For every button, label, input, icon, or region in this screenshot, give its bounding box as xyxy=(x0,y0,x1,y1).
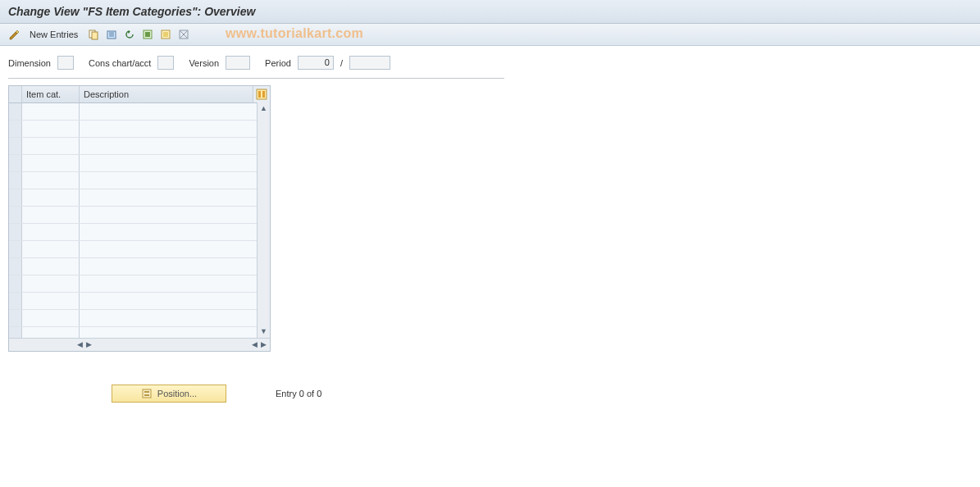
column-description[interactable]: Description xyxy=(80,86,253,102)
cell-description[interactable] xyxy=(80,207,270,223)
table-row[interactable] xyxy=(9,121,270,138)
row-selector[interactable] xyxy=(9,207,22,223)
undo-icon[interactable] xyxy=(122,27,137,42)
row-selector[interactable] xyxy=(9,224,22,240)
grid-body xyxy=(9,103,270,338)
row-selector[interactable] xyxy=(9,103,22,120)
entry-count-label: Entry 0 of 0 xyxy=(276,389,321,398)
cell-item-cat[interactable] xyxy=(22,293,80,309)
cell-item-cat[interactable] xyxy=(22,103,80,120)
column-item-cat[interactable]: Item cat. xyxy=(22,86,80,102)
table-row[interactable] xyxy=(9,138,270,155)
period-input[interactable]: 0 xyxy=(298,56,334,70)
data-grid: Item cat. Description ▲ ▼ ◀ ▶ ◀ ▶ xyxy=(8,85,271,352)
deselect-all-icon[interactable] xyxy=(176,27,191,42)
cell-description[interactable] xyxy=(80,121,270,137)
cell-description[interactable] xyxy=(80,327,270,338)
cell-item-cat[interactable] xyxy=(22,155,80,171)
position-button[interactable]: Position... xyxy=(112,385,226,403)
row-selector[interactable] xyxy=(9,275,22,292)
cell-description[interactable] xyxy=(80,224,270,240)
table-row[interactable] xyxy=(9,327,270,338)
toggle-display-change-icon[interactable] xyxy=(7,27,21,42)
cell-item-cat[interactable] xyxy=(22,189,80,206)
cell-item-cat[interactable] xyxy=(22,121,80,137)
cell-description[interactable] xyxy=(80,172,270,189)
cell-item-cat[interactable] xyxy=(22,207,80,223)
table-row[interactable] xyxy=(9,207,270,224)
cell-description[interactable] xyxy=(80,258,270,275)
new-entries-button[interactable]: New Entries xyxy=(25,28,83,41)
scroll-right-icon[interactable]: ▶ xyxy=(86,341,92,348)
cell-item-cat[interactable] xyxy=(22,327,80,338)
cell-item-cat[interactable] xyxy=(22,275,80,292)
watermark-text: www.tutorialkart.com xyxy=(226,26,363,41)
period-field: Period 0 / xyxy=(265,56,390,70)
period-separator: / xyxy=(340,58,343,68)
row-selector[interactable] xyxy=(9,155,22,171)
table-row[interactable] xyxy=(9,155,270,172)
cell-item-cat[interactable] xyxy=(22,258,80,275)
version-label: Version xyxy=(189,58,219,68)
cell-description[interactable] xyxy=(80,293,270,309)
version-field: Version xyxy=(189,56,250,70)
cons-chart-input[interactable] xyxy=(157,56,174,70)
table-row[interactable] xyxy=(9,172,270,189)
row-selector[interactable] xyxy=(9,172,22,189)
cell-description[interactable] xyxy=(80,241,270,257)
svg-rect-17 xyxy=(144,391,149,393)
table-row[interactable] xyxy=(9,258,270,275)
table-row[interactable] xyxy=(9,275,270,293)
configure-columns-icon[interactable] xyxy=(253,86,270,102)
table-row[interactable] xyxy=(9,189,270,207)
svg-rect-15 xyxy=(262,91,265,98)
table-row[interactable] xyxy=(9,310,270,327)
row-selector[interactable] xyxy=(9,327,22,338)
toolbar: New Entries www.tutorialkart.com xyxy=(0,24,980,46)
row-selector[interactable] xyxy=(9,310,22,326)
version-input[interactable] xyxy=(226,56,250,70)
cell-item-cat[interactable] xyxy=(22,224,80,240)
cell-item-cat[interactable] xyxy=(22,138,80,154)
filter-row: Dimension Cons chart/acct Version Period… xyxy=(0,46,980,78)
cell-description[interactable] xyxy=(80,103,270,120)
table-row[interactable] xyxy=(9,293,270,310)
period-year-input[interactable] xyxy=(349,56,390,70)
grid-header: Item cat. Description xyxy=(9,86,270,103)
cell-description[interactable] xyxy=(80,155,270,171)
row-selector[interactable] xyxy=(9,121,22,137)
svg-rect-9 xyxy=(163,32,168,37)
delete-icon[interactable] xyxy=(104,27,119,42)
cell-description[interactable] xyxy=(80,275,270,292)
cell-item-cat[interactable] xyxy=(22,310,80,326)
table-row[interactable] xyxy=(9,241,270,258)
table-row[interactable] xyxy=(9,224,270,241)
copy-icon[interactable] xyxy=(86,27,101,42)
vertical-scrollbar[interactable]: ▲ ▼ xyxy=(257,102,270,338)
position-icon xyxy=(141,388,153,399)
cell-description[interactable] xyxy=(80,189,270,206)
row-selector[interactable] xyxy=(9,138,22,154)
row-selector[interactable] xyxy=(9,241,22,257)
row-selector[interactable] xyxy=(9,258,22,275)
cell-item-cat[interactable] xyxy=(22,241,80,257)
select-all-column[interactable] xyxy=(9,86,22,102)
scroll-down-icon[interactable]: ▼ xyxy=(258,325,270,338)
scroll-up-icon[interactable]: ▲ xyxy=(258,102,270,115)
select-all-icon[interactable] xyxy=(140,27,155,42)
scroll-left2-icon[interactable]: ◀ xyxy=(252,341,258,348)
scroll-left-icon[interactable]: ◀ xyxy=(77,341,83,348)
row-selector[interactable] xyxy=(9,293,22,309)
svg-rect-14 xyxy=(258,91,261,98)
horizontal-scrollbar[interactable]: ◀ ▶ ◀ ▶ xyxy=(9,338,270,351)
table-row[interactable] xyxy=(9,103,270,121)
row-selector[interactable] xyxy=(9,189,22,206)
scroll-right2-icon[interactable]: ▶ xyxy=(261,341,267,348)
cell-description[interactable] xyxy=(80,138,270,154)
cell-item-cat[interactable] xyxy=(22,172,80,189)
cell-description[interactable] xyxy=(80,310,270,326)
dimension-input[interactable] xyxy=(57,56,74,70)
footer-row: Position... Entry 0 of 0 xyxy=(112,385,980,403)
select-block-icon[interactable] xyxy=(158,27,173,42)
page-title: Change View "FS Item Categories": Overvi… xyxy=(0,0,980,24)
